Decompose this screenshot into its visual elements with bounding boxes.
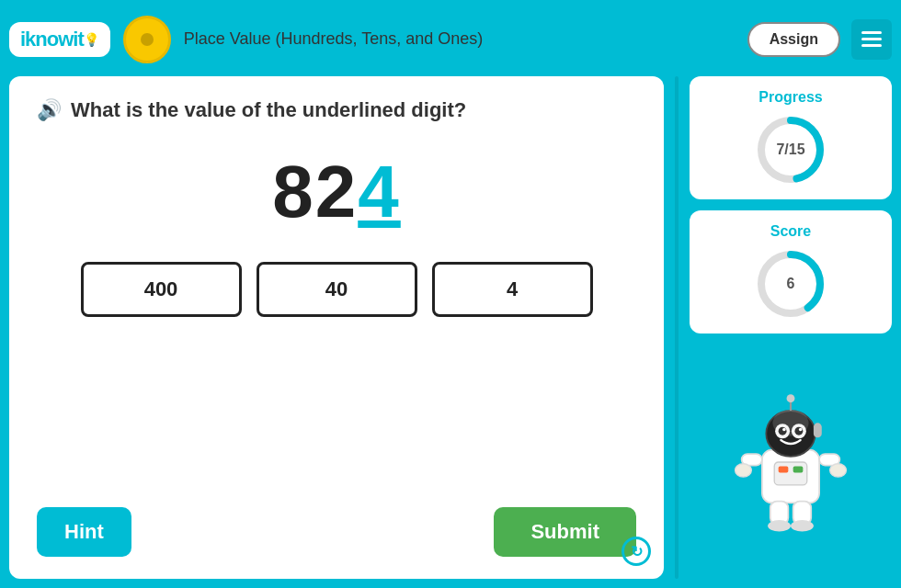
svg-point-13 [794, 426, 803, 435]
digit-2: 2 [315, 150, 359, 234]
robot-mascot [726, 389, 855, 536]
progress-card: Progress 7/15 [690, 76, 892, 199]
menu-button[interactable] [851, 19, 892, 60]
question-area: 🔊 What is the value of the underlined di… [37, 98, 636, 122]
level-dot [141, 33, 154, 46]
number-display: 8 2 4 [37, 150, 636, 234]
svg-point-21 [736, 463, 752, 476]
svg-point-17 [787, 394, 795, 402]
digit-4-underlined: 4 [358, 150, 401, 234]
svg-rect-7 [793, 466, 804, 472]
submit-button[interactable]: Submit [494, 507, 636, 557]
score-card: Score 6 [690, 210, 892, 334]
app-container: iknowit 💡 Place Value (Hundreds, Tens, a… [0, 0, 901, 588]
logo: iknowit 💡 [9, 22, 110, 57]
answer-option-4[interactable]: 4 [432, 262, 593, 317]
panel-divider [675, 76, 679, 579]
menu-bar-1 [861, 31, 882, 34]
score-label: Score [770, 223, 811, 240]
svg-point-25 [768, 520, 791, 531]
hint-button[interactable]: Hint [37, 507, 131, 557]
svg-point-15 [799, 427, 803, 431]
progress-value: 7/15 [776, 141, 804, 158]
score-value: 6 [787, 276, 795, 292]
svg-point-22 [830, 463, 847, 476]
svg-point-14 [782, 427, 786, 431]
logo-bulb-icon: 💡 [84, 32, 99, 47]
svg-rect-18 [814, 423, 822, 437]
menu-bar-3 [861, 44, 882, 47]
level-indicator [123, 16, 171, 63]
progress-label: Progress [758, 89, 822, 106]
speaker-icon[interactable]: 🔊 [37, 98, 62, 122]
assign-button[interactable]: Assign [747, 22, 840, 57]
question-panel: 🔊 What is the value of the underlined di… [9, 76, 664, 579]
svg-rect-5 [774, 462, 807, 485]
bottom-bar: Hint Submit [37, 507, 636, 557]
right-panel: Progress 7/15 Score 6 [690, 76, 892, 579]
svg-rect-6 [779, 466, 789, 472]
score-donut: 6 [754, 247, 827, 321]
svg-point-26 [791, 520, 814, 531]
svg-point-12 [779, 426, 787, 435]
main-content: 🔊 What is the value of the underlined di… [9, 76, 892, 579]
question-text: What is the value of the underlined digi… [71, 98, 466, 122]
back-button[interactable]: ↻ [622, 537, 651, 566]
answer-option-40[interactable]: 40 [257, 262, 417, 317]
answer-option-400[interactable]: 400 [81, 262, 242, 317]
progress-donut: 7/15 [754, 113, 827, 187]
logo-text: iknowit [20, 28, 84, 51]
mascot-card [726, 345, 855, 579]
digit-8: 8 [272, 150, 315, 234]
menu-bar-2 [861, 38, 882, 40]
header: iknowit 💡 Place Value (Hundreds, Tens, a… [9, 9, 892, 69]
lesson-title: Place Value (Hundreds, Tens, and Ones) [184, 29, 747, 49]
answer-options: 400 40 4 [37, 262, 636, 317]
